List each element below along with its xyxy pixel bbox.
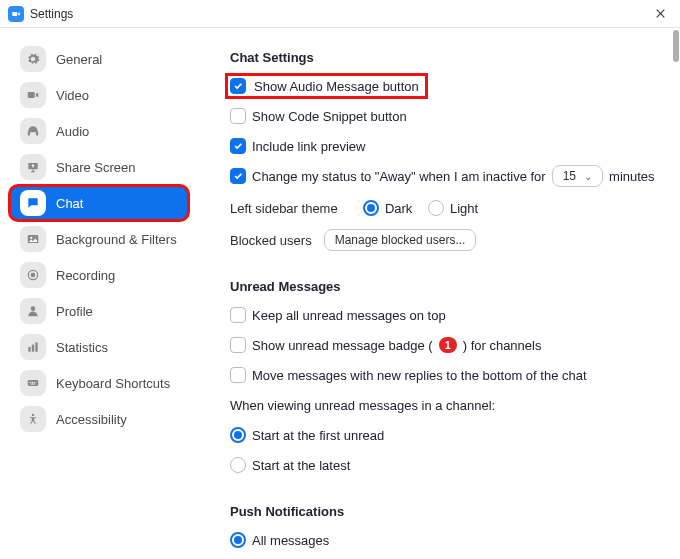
sidebar-item-label: Background & Filters — [56, 232, 177, 247]
checkbox-keep-unread-top[interactable] — [230, 307, 246, 323]
sidebar-item-stats[interactable]: Statistics — [10, 330, 188, 364]
chat-icon — [20, 190, 46, 216]
svg-rect-3 — [36, 132, 38, 136]
checkbox-code-snippet[interactable] — [230, 108, 246, 124]
user-icon — [20, 298, 46, 324]
sidebar-item-label: Statistics — [56, 340, 108, 355]
sidebar-item-rec[interactable]: Recording — [10, 258, 188, 292]
label-link-preview: Include link preview — [252, 139, 365, 154]
stats-icon — [20, 334, 46, 360]
sidebar-item-label: Accessibility — [56, 412, 127, 427]
svg-rect-12 — [35, 342, 37, 351]
share-icon — [20, 154, 46, 180]
label-audio-message: Show Audio Message button — [254, 79, 419, 94]
unread-badge: 1 — [439, 337, 457, 353]
checkbox-unread-badge[interactable] — [230, 337, 246, 353]
svg-rect-2 — [28, 132, 30, 136]
away-minutes-select[interactable]: 15 ⌄ — [552, 165, 603, 187]
label-away-post: minutes — [609, 169, 655, 184]
sidebar-item-share[interactable]: Share Screen — [10, 150, 188, 184]
sidebar-item-bg[interactable]: Background & Filters — [10, 222, 188, 256]
label-theme-dark: Dark — [385, 201, 412, 216]
label-badge-post: ) for channels — [463, 338, 542, 353]
sidebar-item-video[interactable]: Video — [10, 78, 188, 112]
sidebar-item-label: General — [56, 52, 102, 67]
sidebar-item-chat[interactable]: Chat — [10, 186, 188, 220]
section-push-notifications: Push Notifications — [230, 504, 668, 519]
radio-start-first-unread[interactable] — [230, 427, 246, 443]
svg-point-8 — [31, 273, 35, 277]
checkbox-link-preview[interactable] — [230, 138, 246, 154]
label-start-latest: Start at the latest — [252, 458, 350, 473]
radio-theme-dark[interactable] — [363, 200, 379, 216]
sidebar-item-general[interactable]: General — [10, 42, 188, 76]
section-chat-settings: Chat Settings — [230, 50, 668, 65]
settings-main: Chat Settings Show Audio Message button … — [198, 28, 680, 559]
svg-rect-0 — [12, 11, 17, 15]
svg-point-6 — [30, 237, 32, 239]
svg-rect-15 — [32, 382, 33, 383]
manage-blocked-users-button[interactable]: Manage blocked users... — [324, 229, 477, 251]
label-viewing-unread: When viewing unread messages in a channe… — [230, 398, 495, 413]
section-unread-messages: Unread Messages — [230, 279, 668, 294]
headphones-icon — [20, 118, 46, 144]
label-keep-unread-top: Keep all unread messages on top — [252, 308, 446, 323]
svg-rect-10 — [28, 347, 30, 352]
scrollbar-track[interactable] — [672, 28, 680, 559]
label-theme-light: Light — [450, 201, 478, 216]
label-code-snippet: Show Code Snippet button — [252, 109, 407, 124]
away-minutes-value: 15 — [563, 169, 576, 183]
label-push-all: All messages — [252, 533, 329, 548]
svg-rect-14 — [30, 382, 31, 383]
record-icon — [20, 262, 46, 288]
app-icon — [8, 6, 24, 22]
sidebar-item-label: Recording — [56, 268, 115, 283]
scrollbar-thumb[interactable] — [673, 30, 679, 62]
radio-theme-light[interactable] — [428, 200, 444, 216]
sidebar-item-label: Chat — [56, 196, 83, 211]
radio-start-latest[interactable] — [230, 457, 246, 473]
sidebar-item-profile[interactable]: Profile — [10, 294, 188, 328]
sidebar-item-label: Video — [56, 88, 89, 103]
sidebar-item-label: Share Screen — [56, 160, 136, 175]
video-icon — [20, 82, 46, 108]
sidebar-item-acc[interactable]: Accessibility — [10, 402, 188, 436]
svg-rect-1 — [28, 92, 35, 98]
sidebar-item-kbd[interactable]: Keyboard Shortcuts — [10, 366, 188, 400]
label-move-bottom: Move messages with new replies to the bo… — [252, 368, 587, 383]
sidebar-item-label: Audio — [56, 124, 89, 139]
close-button[interactable] — [648, 2, 672, 26]
checkbox-away-status[interactable] — [230, 168, 246, 184]
sidebar-item-label: Profile — [56, 304, 93, 319]
svg-rect-16 — [34, 382, 35, 383]
radio-push-all[interactable] — [230, 532, 246, 548]
checkbox-move-bottom[interactable] — [230, 367, 246, 383]
keyboard-icon — [20, 370, 46, 396]
svg-point-18 — [32, 414, 34, 416]
sidebar-item-label: Keyboard Shortcuts — [56, 376, 170, 391]
label-theme: Left sidebar theme — [230, 201, 338, 216]
svg-rect-11 — [32, 345, 34, 352]
titlebar: Settings — [0, 0, 680, 28]
label-away-pre: Change my status to "Away" when I am ina… — [252, 169, 546, 184]
svg-rect-17 — [31, 384, 36, 385]
gear-icon — [20, 46, 46, 72]
settings-sidebar: GeneralVideoAudioShare ScreenChatBackgro… — [0, 28, 198, 559]
chevron-down-icon: ⌄ — [584, 171, 592, 182]
window-title: Settings — [30, 7, 73, 21]
checkbox-audio-message[interactable] — [230, 78, 246, 94]
label-start-first-unread: Start at the first unread — [252, 428, 384, 443]
image-icon — [20, 226, 46, 252]
accessibility-icon — [20, 406, 46, 432]
label-blocked-users: Blocked users — [230, 233, 312, 248]
sidebar-item-audio[interactable]: Audio — [10, 114, 188, 148]
svg-point-9 — [31, 306, 36, 311]
label-badge-pre: Show unread message badge ( — [252, 338, 433, 353]
